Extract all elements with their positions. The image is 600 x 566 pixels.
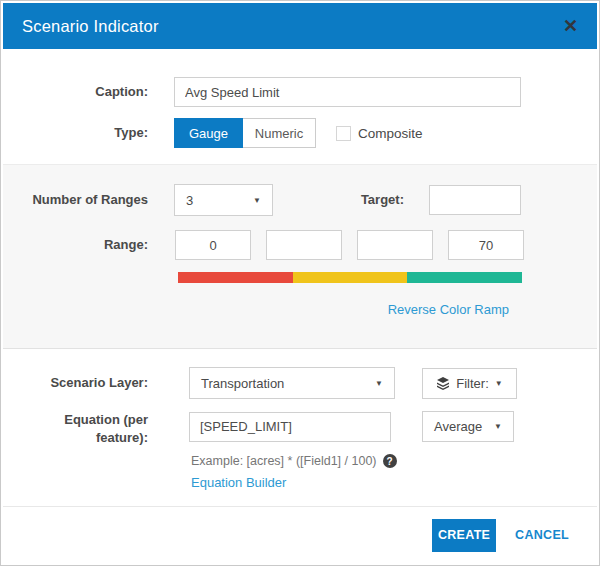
type-row: Type: Gauge Numeric Composite	[3, 118, 597, 148]
color-ramp-red-segment	[178, 272, 293, 283]
range-input-4[interactable]	[448, 230, 524, 260]
ranges-section: Number of Ranges 3 ▼ Target: Range:	[3, 164, 597, 349]
create-button[interactable]: CREATE	[432, 519, 496, 552]
aggregate-value: Average	[434, 419, 482, 434]
layer-equation-section: Scenario Layer: Transportation ▼	[3, 349, 597, 491]
equation-label: Equation (per feature):	[3, 411, 174, 447]
number-of-ranges-select[interactable]: 3 ▼	[174, 184, 273, 216]
range-row: Range:	[3, 230, 597, 260]
dialog-title: Scenario Indicator	[22, 17, 159, 36]
caption-label: Caption:	[3, 83, 174, 101]
reverse-color-ramp-link[interactable]: Reverse Color Ramp	[388, 302, 509, 317]
equation-row: Equation (per feature): Average ▼	[3, 411, 597, 447]
range-input-2[interactable]	[266, 230, 342, 260]
chevron-down-icon: ▼	[375, 379, 383, 388]
scenario-layer-fields: Transportation ▼ Filter: ▼	[189, 367, 517, 399]
equation-example-row: Example: [acres] * ([Field1] / 100) ?	[191, 454, 597, 468]
scenario-layer-select[interactable]: Transportation ▼	[189, 367, 395, 399]
layers-icon	[436, 376, 450, 390]
range-input-3[interactable]	[357, 230, 433, 260]
target-label: Target:	[361, 191, 429, 209]
composite-checkbox-group[interactable]: Composite	[336, 126, 423, 141]
color-ramp-green-segment	[407, 272, 522, 283]
equation-input[interactable]	[189, 412, 391, 442]
type-option-numeric[interactable]: Numeric	[243, 118, 316, 148]
general-section: Caption: Type: Gauge Numeric Composite N…	[3, 49, 597, 491]
cancel-button[interactable]: CANCEL	[515, 528, 569, 542]
help-icon[interactable]: ?	[383, 454, 397, 468]
chevron-down-icon: ▼	[253, 196, 261, 205]
caption-row: Caption:	[3, 77, 597, 107]
equation-builder-link[interactable]: Equation Builder	[191, 475, 286, 490]
range-inputs	[175, 230, 524, 260]
dialog-footer: CREATE CANCEL	[3, 506, 597, 563]
color-ramp	[178, 272, 522, 283]
type-label: Type:	[3, 124, 174, 142]
composite-checkbox[interactable]	[336, 126, 351, 141]
equation-example-text: Example: [acres] * ([Field1] / 100)	[191, 454, 377, 468]
chevron-down-icon: ▼	[495, 379, 503, 388]
scenario-layer-value: Transportation	[201, 376, 284, 391]
filter-label: Filter:	[456, 376, 489, 391]
number-of-ranges-label: Number of Ranges	[3, 191, 174, 209]
scenario-layer-label: Scenario Layer:	[3, 374, 174, 392]
equation-fields: Average ▼	[189, 411, 514, 442]
aggregate-select[interactable]: Average ▼	[422, 411, 514, 442]
type-option-gauge[interactable]: Gauge	[174, 118, 243, 148]
color-ramp-yellow-segment	[293, 272, 408, 283]
composite-label: Composite	[358, 126, 423, 141]
dialog-header: Scenario Indicator ✕	[3, 3, 597, 49]
scenario-layer-row: Scenario Layer: Transportation ▼	[3, 367, 597, 399]
range-input-1[interactable]	[175, 230, 251, 260]
number-of-ranges-row: Number of Ranges 3 ▼ Target:	[3, 184, 597, 216]
target-input[interactable]	[429, 185, 521, 215]
scenario-indicator-dialog: Scenario Indicator ✕ Caption: Type: Gaug…	[0, 0, 600, 566]
caption-input[interactable]	[174, 77, 521, 107]
range-label: Range:	[3, 236, 174, 254]
chevron-down-icon: ▼	[494, 422, 502, 431]
reverse-color-ramp-row: Reverse Color Ramp	[3, 300, 597, 318]
filter-button[interactable]: Filter: ▼	[422, 368, 517, 399]
equation-builder-row: Equation Builder	[191, 473, 597, 491]
target-group: Target:	[361, 185, 521, 215]
number-of-ranges-value: 3	[186, 193, 193, 208]
type-segmented-control: Gauge Numeric	[174, 118, 316, 148]
close-icon[interactable]: ✕	[563, 17, 578, 35]
